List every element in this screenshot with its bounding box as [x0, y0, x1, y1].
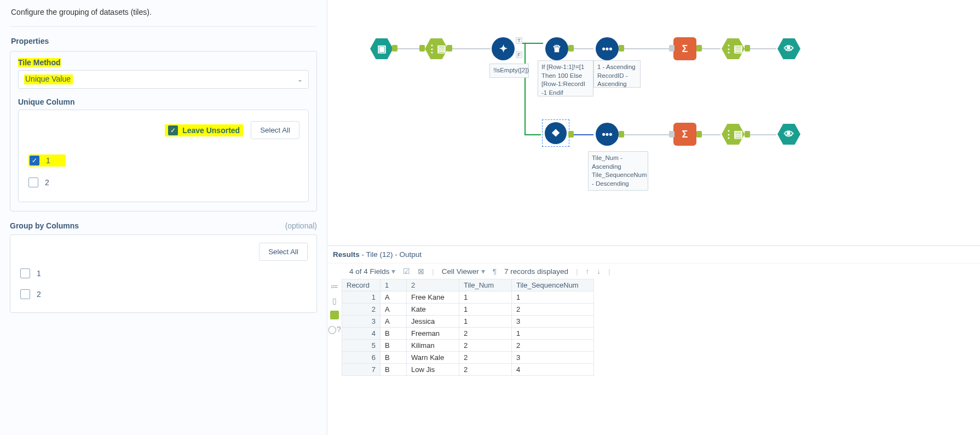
checkbox[interactable]: ✓	[30, 156, 39, 165]
groupby-label: Group by Columns	[10, 221, 79, 230]
fields-dropdown[interactable]: 4 of 4 Fields ▾	[349, 267, 395, 276]
results-title: Results	[333, 250, 360, 259]
arrow-up-icon[interactable]: ↑	[585, 267, 589, 276]
cell[interactable]: Kiliman	[407, 340, 459, 352]
checkbox[interactable]	[20, 268, 30, 278]
cell[interactable]: 5	[342, 340, 381, 352]
tool-input[interactable]: ▣	[370, 37, 393, 60]
tool-select[interactable]: ⋮▤	[722, 123, 745, 146]
cell[interactable]: B	[381, 328, 407, 340]
active-view-icon[interactable]	[330, 311, 339, 319]
cell[interactable]: Jessica	[407, 316, 459, 328]
table-row[interactable]: 7BLow Jis24	[342, 364, 594, 376]
column-header[interactable]: Tile_Num	[459, 279, 512, 291]
port-icon	[447, 45, 452, 51]
column-header[interactable]: 2	[407, 279, 459, 291]
cell[interactable]: A	[381, 304, 407, 316]
tool-sort[interactable]: •••	[596, 37, 619, 60]
groupby-header: Group by Columns (optional)	[10, 221, 317, 230]
tool-browse[interactable]: 👁	[777, 123, 800, 146]
unique-column-list: ✓ 1 2	[27, 149, 299, 193]
annotation: 1 - Ascending RecordID - Ascending	[593, 60, 641, 88]
chevron-down-icon: ⌄	[297, 76, 303, 83]
tool-select[interactable]: ⋮▤	[722, 37, 745, 60]
cell[interactable]: B	[381, 364, 407, 376]
cell[interactable]: 1	[342, 291, 381, 304]
table-row[interactable]: 4BFreeman21	[342, 328, 594, 340]
table-row[interactable]: 5BKiliman22	[342, 340, 594, 352]
tool-summarize[interactable]: Σ	[673, 37, 696, 60]
column-header[interactable]: Tile_SequenceNum	[512, 279, 594, 291]
cell[interactable]: Freeman	[407, 328, 459, 340]
table-row[interactable]: 3AJessica13	[342, 316, 594, 328]
column-header[interactable]: 1	[381, 279, 407, 291]
cell[interactable]: 1	[459, 291, 512, 304]
cell[interactable]: 2	[512, 340, 594, 352]
cell[interactable]: 2	[459, 352, 512, 364]
unique-select-all-button[interactable]: Select All	[251, 121, 299, 139]
cell[interactable]: Warn Kale	[407, 352, 459, 364]
cell[interactable]: 3	[512, 316, 594, 328]
optional-label: (optional)	[285, 221, 317, 230]
workflow-canvas[interactable]: ▣ ⋮▤ ✦ T F ♛ ••• Σ ⋮▤ 👁 !IsEmpty([2]) If…	[327, 0, 980, 245]
tool-tile-selected[interactable]: ❖	[542, 119, 569, 147]
port-icon	[392, 45, 397, 51]
cell[interactable]: 4	[512, 364, 594, 376]
table-row[interactable]: 2AKate12	[342, 304, 594, 316]
list-item[interactable]: 2	[19, 284, 308, 305]
clear-icon[interactable]: ⊠	[418, 267, 424, 276]
pilcrow-icon[interactable]: ¶	[493, 267, 497, 276]
column-icon[interactable]: ▯	[332, 296, 337, 305]
checkbox[interactable]	[28, 178, 38, 187]
connector	[748, 134, 776, 135]
leave-unsorted-group[interactable]: ✓ Leave Unsorted	[165, 124, 243, 136]
leave-unsorted-checkbox[interactable]: ✓	[168, 125, 178, 135]
connector	[699, 48, 720, 49]
cell[interactable]: B	[381, 340, 407, 352]
tool-browse[interactable]: 👁	[777, 37, 800, 60]
port-icon	[696, 45, 702, 51]
check-icon[interactable]: ☑	[403, 267, 410, 276]
list-item[interactable]: 2	[27, 172, 299, 193]
cell[interactable]: B	[381, 352, 407, 364]
cell[interactable]: 2	[342, 304, 381, 316]
table-row[interactable]: 6BWarn Kale23	[342, 352, 594, 364]
arrow-down-icon[interactable]: ↓	[597, 267, 601, 276]
tool-formula[interactable]: ✦	[492, 37, 515, 60]
tool-multirow[interactable]: ♛	[545, 37, 568, 60]
help-icon[interactable]: ◯?	[328, 325, 341, 334]
cell[interactable]: 6	[342, 352, 381, 364]
properties-title: Properties	[11, 37, 316, 45]
cell[interactable]: 3	[342, 316, 381, 328]
cell[interactable]: 1	[459, 316, 512, 328]
groupby-select-all-button[interactable]: Select All	[259, 243, 308, 261]
tool-summarize[interactable]: Σ	[673, 123, 696, 146]
cell[interactable]: 1	[512, 328, 594, 340]
cell[interactable]: 2	[512, 304, 594, 316]
tool-select[interactable]: ⋮▤	[425, 37, 448, 60]
cell[interactable]: Free Kane	[407, 291, 459, 304]
column-header[interactable]: Record	[342, 279, 381, 291]
cell[interactable]: Low Jis	[407, 364, 459, 376]
cell[interactable]: 2	[459, 328, 512, 340]
list-item[interactable]: ✓ 1	[27, 149, 299, 172]
tile-method-select[interactable]: Unique Value ⌄	[18, 70, 309, 89]
cell-viewer-dropdown[interactable]: Cell Viewer ▾	[442, 267, 485, 276]
table-row[interactable]: 1AFree Kane11	[342, 291, 594, 304]
cell[interactable]: 1	[512, 291, 594, 304]
cell[interactable]: Kate	[407, 304, 459, 316]
cell[interactable]: 1	[459, 304, 512, 316]
cell[interactable]: 7	[342, 364, 381, 376]
connector	[699, 134, 720, 135]
cell[interactable]: 3	[512, 352, 594, 364]
tool-sort[interactable]: •••	[596, 123, 619, 146]
list-icon[interactable]: ≔	[331, 282, 338, 291]
cell[interactable]: A	[381, 291, 407, 304]
results-grid[interactable]: Record12Tile_NumTile_SequenceNum 1AFree …	[342, 279, 594, 376]
cell[interactable]: 4	[342, 328, 381, 340]
checkbox[interactable]	[20, 289, 30, 299]
cell[interactable]: 2	[459, 340, 512, 352]
list-item[interactable]: 1	[19, 263, 308, 284]
cell[interactable]: A	[381, 316, 407, 328]
cell[interactable]: 2	[459, 364, 512, 376]
